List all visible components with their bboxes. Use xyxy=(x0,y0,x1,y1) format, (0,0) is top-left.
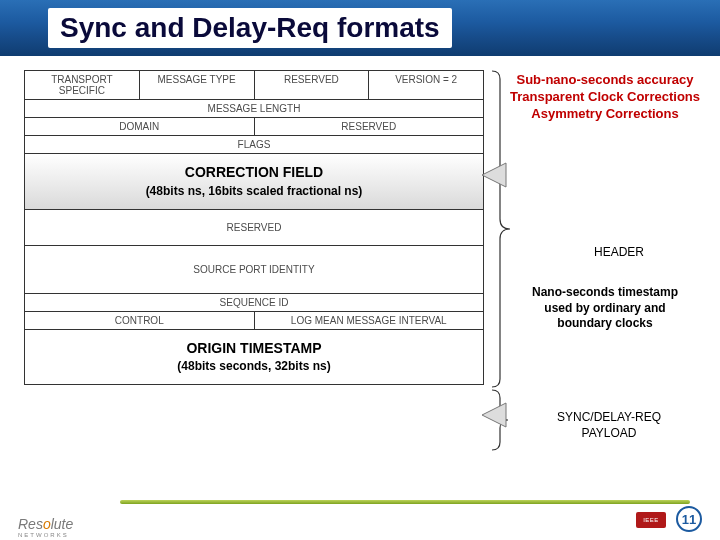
footer: Resolute NETWORKS IEEE 11 xyxy=(0,488,720,540)
header-title-wrap: Sync and Delay-Req formats xyxy=(48,8,452,48)
content-area: TRANSPORT SPECIFIC MESSAGE TYPE RESERVED… xyxy=(24,70,696,490)
row-flags: FLAGS xyxy=(24,136,484,154)
logo-subtitle: NETWORKS xyxy=(18,532,73,538)
cell-reserved-2: RESERVED xyxy=(255,118,484,136)
annotation-header: HEADER xyxy=(524,245,714,261)
row-control: CONTROL LOG MEAN MESSAGE INTERVAL xyxy=(24,312,484,330)
row-origin-timestamp: ORIGIN TIMESTAMP (48bits seconds, 32bits… xyxy=(24,330,484,386)
packet-diagram: TRANSPORT SPECIFIC MESSAGE TYPE RESERVED… xyxy=(24,70,484,385)
cell-message-type: MESSAGE TYPE xyxy=(140,71,255,100)
row-correction-field: CORRECTION FIELD (48bits ns, 16bits scal… xyxy=(24,154,484,210)
logo-part1: Res xyxy=(18,516,43,532)
footer-divider xyxy=(120,500,690,504)
cell-origin-timestamp: ORIGIN TIMESTAMP (48bits seconds, 32bits… xyxy=(25,330,483,386)
origin-sub: (48bits seconds, 32bits ns) xyxy=(31,359,477,374)
ts-line2: used by ordinary and xyxy=(510,301,700,317)
correction-title: CORRECTION FIELD xyxy=(185,164,323,180)
logo-o: o xyxy=(43,516,51,532)
origin-title: ORIGIN TIMESTAMP xyxy=(186,340,321,356)
row-reserved-3: RESERVED xyxy=(24,210,484,246)
row-source-port: SOURCE PORT IDENTITY xyxy=(24,246,484,294)
logo-part2: lute xyxy=(51,516,74,532)
cell-reserved-3: RESERVED xyxy=(25,210,483,246)
cell-correction-field: CORRECTION FIELD (48bits ns, 16bits scal… xyxy=(25,154,483,210)
cell-version: VERSION = 2 xyxy=(369,71,483,100)
row-msglen: MESSAGE LENGTH xyxy=(24,100,484,118)
page-number-badge: 11 xyxy=(676,506,702,532)
payload-line1: SYNC/DELAY-REQ xyxy=(514,410,704,426)
logo: Resolute NETWORKS xyxy=(18,516,73,538)
ieee-chip: IEEE xyxy=(636,512,666,528)
ts-line1: Nano-seconds timestamp xyxy=(510,285,700,301)
annotation-accuracy: Sub-nano-seconds accuracy Transparent Cl… xyxy=(510,72,700,123)
row-domain: DOMAIN RESERVED xyxy=(24,118,484,136)
brace-header-icon xyxy=(492,71,510,387)
arrow-accuracy-icon xyxy=(482,163,506,187)
cell-sequence-id: SEQUENCE ID xyxy=(25,294,483,312)
cell-reserved-1: RESERVED xyxy=(255,71,370,100)
annotation-timestamp: Nano-seconds timestamp used by ordinary … xyxy=(510,285,700,332)
annotation-payload: SYNC/DELAY-REQ PAYLOAD xyxy=(514,410,704,441)
accuracy-line3: Asymmetry Corrections xyxy=(510,106,700,123)
ts-line3: boundary clocks xyxy=(510,316,700,332)
cell-transport-specific: TRANSPORT SPECIFIC xyxy=(25,71,140,100)
cell-control: CONTROL xyxy=(25,312,255,330)
header-bar: Sync and Delay-Req formats xyxy=(0,0,720,56)
accuracy-line2: Transparent Clock Corrections xyxy=(510,89,700,106)
accuracy-line1: Sub-nano-seconds accuracy xyxy=(510,72,700,89)
cell-message-length: MESSAGE LENGTH xyxy=(25,100,483,118)
arrow-timestamp-icon xyxy=(482,403,506,427)
brace-payload-icon xyxy=(492,390,508,450)
payload-line2: PAYLOAD xyxy=(514,426,704,442)
cell-log-mean: LOG MEAN MESSAGE INTERVAL xyxy=(255,312,484,330)
cell-flags: FLAGS xyxy=(25,136,483,154)
correction-sub: (48bits ns, 16bits scaled fractional ns) xyxy=(31,184,477,199)
cell-source-port-identity: SOURCE PORT IDENTITY xyxy=(25,246,483,294)
slide-title: Sync and Delay-Req formats xyxy=(60,12,440,43)
cell-domain: DOMAIN xyxy=(25,118,255,136)
row-seqid: SEQUENCE ID xyxy=(24,294,484,312)
row-transport: TRANSPORT SPECIFIC MESSAGE TYPE RESERVED… xyxy=(24,70,484,100)
